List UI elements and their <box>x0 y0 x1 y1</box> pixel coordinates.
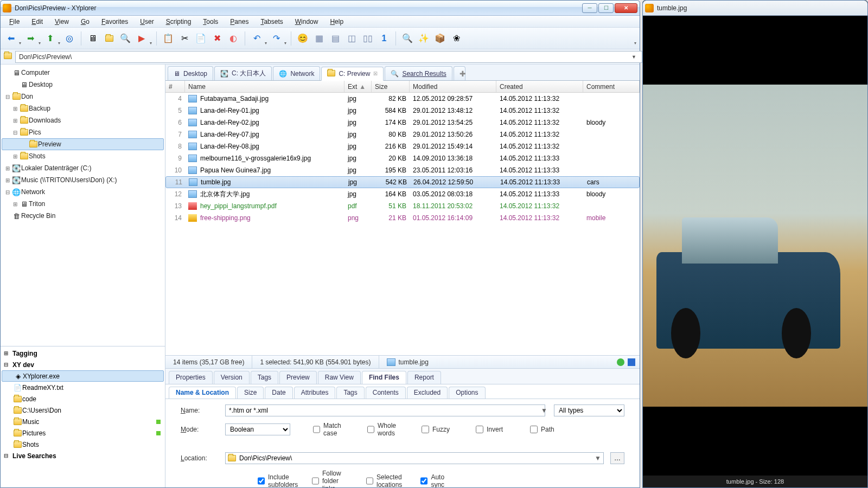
file-row[interactable]: 13hey_pippi_langstrumpf.pdfpdf51 KB18.11… <box>165 200 640 212</box>
catalog-item[interactable]: Shots <box>2 439 164 450</box>
file-list-header[interactable]: # Name Ext ▲ Size Modified Created Comme… <box>165 81 640 93</box>
file-row[interactable]: 11tumble.jpgjpg542 KB26.04.2012 12:59:50… <box>165 176 640 188</box>
type-select[interactable]: All types <box>554 404 624 416</box>
file-row[interactable]: 9melbourne116_v-grossgalerie16x9.jpgjpg2… <box>165 152 640 164</box>
undo-icon[interactable]: ↶ <box>250 31 264 46</box>
file-row[interactable]: 14free-shipping.pngpng21 KB01.05.2012 16… <box>165 212 640 224</box>
catalog-item[interactable]: Music <box>2 416 164 427</box>
tree-item[interactable]: 🗑Recycle Bin <box>2 210 164 222</box>
tree-item[interactable]: ⊟🌐Network <box>2 186 164 198</box>
sub-tab[interactable]: Attributes <box>294 387 336 399</box>
menu-user[interactable]: User <box>135 16 159 27</box>
back-button[interactable]: ⬅ <box>4 31 18 46</box>
tree-item[interactable]: ⊞💽Music (\\TRITON\Users\Don) (X:) <box>2 174 164 186</box>
info-tab[interactable]: Report <box>407 371 441 384</box>
menu-view[interactable]: View <box>49 16 74 27</box>
menu-scripting[interactable]: Scripting <box>161 16 197 27</box>
menu-favorites[interactable]: Favorites <box>96 16 133 27</box>
grid2-icon[interactable]: ▤ <box>328 31 342 46</box>
tree-item[interactable]: Preview <box>2 138 164 150</box>
file-list[interactable]: 4Futabayama_Sadaji.jpgjpg82 KB12.05.2012… <box>165 93 640 355</box>
col-created[interactable]: Created <box>496 81 583 92</box>
file-row[interactable]: 10Papua New Guinea7.jpgjpg195 KB23.05.20… <box>165 164 640 176</box>
grid1-icon[interactable]: ▦ <box>312 31 326 46</box>
tree-item[interactable]: 🖥Computer <box>2 67 164 79</box>
sub-tab[interactable]: Contents <box>366 387 406 399</box>
tree-item[interactable]: 🖥Desktop <box>2 79 164 91</box>
catalog-item[interactable]: 📄ReadmeXY.txt <box>2 382 164 393</box>
menu-go[interactable]: Go <box>75 16 95 27</box>
col-num[interactable]: # <box>165 81 185 92</box>
col-comment[interactable]: Comment <box>583 81 640 92</box>
new-tab-button[interactable]: ✚ <box>454 66 465 80</box>
tree-item[interactable]: ⊞Downloads <box>2 114 164 126</box>
catalog-item[interactable]: ⊞Tagging <box>2 348 164 359</box>
info-tab[interactable]: Raw View <box>318 371 361 384</box>
check-path[interactable]: Path <box>530 426 568 433</box>
up-button[interactable]: ⬆ <box>43 31 57 46</box>
toolbar-overflow[interactable]: ▾ <box>634 41 636 49</box>
tab[interactable]: 🔍Search Results <box>385 66 452 80</box>
copy-icon[interactable]: 📋 <box>161 31 175 46</box>
search-icon[interactable]: 🔍 <box>118 31 132 46</box>
titlebar[interactable]: Don\Pics\Preview - XYplorer <box>1 1 640 16</box>
tab[interactable]: 🌐Network <box>273 66 320 80</box>
close-button[interactable] <box>615 3 637 13</box>
location-input[interactable]: Don\Pics\Preview\ ▼ <box>225 452 604 464</box>
file-row[interactable]: 5Lana-del-Rey-01.jpgjpg584 KB29.01.2012 … <box>165 105 640 117</box>
tree-item[interactable]: ⊞💽Lokaler Datenträger (C:) <box>2 162 164 174</box>
menu-window[interactable]: Window <box>290 16 324 27</box>
col-modified[interactable]: Modified <box>410 81 496 92</box>
tree-item[interactable]: ⊞Backup <box>2 102 164 114</box>
info-tab[interactable]: Properties <box>169 371 213 384</box>
file-row[interactable]: 6Lana-del-Rey-02.jpgjpg174 KB29.01.2012 … <box>165 117 640 129</box>
sub-tab[interactable]: Tags <box>336 387 364 399</box>
paste-icon[interactable]: 📄 <box>194 31 208 46</box>
menu-panes[interactable]: Panes <box>225 16 254 27</box>
target-icon[interactable]: ◎ <box>62 31 76 46</box>
catalog-item[interactable]: C:\Users\Don <box>2 404 164 416</box>
tree-item[interactable]: ⊞Shots <box>2 150 164 162</box>
box-icon[interactable]: 📦 <box>433 31 447 46</box>
menu-edit[interactable]: Edit <box>26 16 48 27</box>
tree-item[interactable]: ⊞🖥Triton <box>2 198 164 210</box>
erase-icon[interactable]: ◐ <box>226 31 240 46</box>
status-ok-icon[interactable] <box>617 358 624 366</box>
forward-button[interactable]: ➡ <box>23 31 37 46</box>
name-input[interactable] <box>225 404 545 416</box>
tab[interactable]: C: Preview☒ <box>321 67 384 81</box>
sub-tab[interactable]: Size <box>237 387 264 399</box>
menu-help[interactable]: Help <box>324 16 349 27</box>
check-fuzzy[interactable]: Fuzzy <box>422 426 459 433</box>
catalog-item[interactable]: ◈XYplorer.exe <box>2 370 164 382</box>
preview-titlebar[interactable]: tumble.jpg <box>643 1 867 16</box>
catalog-item[interactable]: ⊟Live Searches <box>2 450 164 461</box>
sub-tab[interactable]: Name & Location <box>169 387 236 399</box>
catalog-item[interactable]: Pictures <box>2 427 164 439</box>
sub-tab[interactable]: Excluded <box>407 387 448 399</box>
browse-button[interactable]: … <box>610 452 624 464</box>
status-toggle-icon[interactable] <box>628 358 635 366</box>
panes-icon[interactable]: ▯▯ <box>361 31 375 46</box>
sub-tab[interactable]: Options <box>449 387 485 399</box>
open-folder-icon[interactable] <box>102 31 116 46</box>
check-auto-sync[interactable]: Auto sync <box>420 473 458 487</box>
delete-icon[interactable]: ✖ <box>210 31 224 46</box>
tab[interactable]: 💽C: 大日本人 <box>214 66 272 80</box>
zoom-icon[interactable]: 🔍 <box>400 31 414 46</box>
col-ext[interactable]: Ext ▲ <box>344 81 372 92</box>
sub-tab[interactable]: Date <box>265 387 292 399</box>
redo-icon[interactable]: ↷ <box>269 31 283 46</box>
split-icon[interactable]: ◫ <box>344 31 359 46</box>
catalog-item[interactable]: ⊟XY dev <box>2 359 164 370</box>
info-tab[interactable]: Preview <box>279 371 317 384</box>
file-row[interactable]: 7Lana-del-Rey-07.jpgjpg80 KB29.01.2012 1… <box>165 129 640 140</box>
check-follow-folder-links[interactable]: Follow folder links <box>312 470 350 487</box>
play-icon[interactable]: ▶ <box>135 31 149 46</box>
folder-tree[interactable]: 🖥Computer🖥Desktop⊟Don⊞Backup⊞Downloads⊟P… <box>1 65 165 346</box>
menu-tools[interactable]: Tools <box>197 16 224 27</box>
check-whole-words[interactable]: Whole words <box>367 422 405 437</box>
col-size[interactable]: Size <box>372 81 410 92</box>
menu-file[interactable]: File <box>4 16 25 27</box>
check-selected-locations[interactable]: Selected locations <box>366 473 404 487</box>
